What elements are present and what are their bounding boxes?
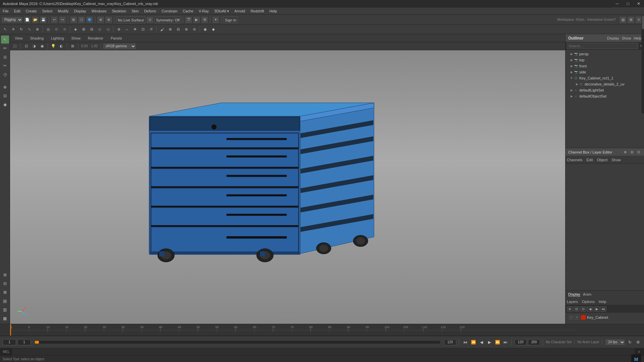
layer-del-icon[interactable]: ⊟ xyxy=(574,306,580,312)
display-6-icon[interactable]: ▦ xyxy=(1,314,9,322)
tree-item-default-object-set[interactable]: ▶ ○ defaultObjectSet xyxy=(566,93,644,99)
menu-3dtoall[interactable]: 3DtoAll ▾ xyxy=(212,7,232,15)
paint-icon[interactable]: 🔷 xyxy=(86,16,93,23)
end-frame-input[interactable] xyxy=(444,339,456,345)
menu-skin[interactable]: Skin xyxy=(129,7,141,15)
layer-opt-icon[interactable]: ⊡ xyxy=(580,306,586,312)
play-forward-button[interactable]: ▶ xyxy=(486,339,493,346)
vp-textured-icon[interactable]: ◉ xyxy=(39,43,46,50)
menu-cache[interactable]: Cache xyxy=(180,7,196,15)
close-button[interactable]: ✕ xyxy=(633,0,644,7)
show-joints-icon[interactable]: ◉ xyxy=(202,26,209,33)
layer-new-icon[interactable]: ⊕ xyxy=(567,306,573,312)
color-space-dropdown[interactable]: sRGB gamma xyxy=(103,43,136,50)
undo-icon[interactable]: ↩ xyxy=(51,16,58,23)
preset-dropdown[interactable]: Rigging xyxy=(1,16,23,23)
rivet-tool[interactable]: ◉ xyxy=(1,101,9,109)
menu-select[interactable]: Select xyxy=(40,7,55,15)
menu-vray[interactable]: V-Ray xyxy=(196,7,212,15)
minimize-button[interactable]: ─ xyxy=(612,0,623,7)
current-frame-input[interactable] xyxy=(17,339,31,345)
menu-help[interactable]: Help xyxy=(267,7,280,15)
menu-deform[interactable]: Deform xyxy=(142,7,159,15)
outliner-search-input[interactable] xyxy=(567,43,638,49)
scale-tool-icon[interactable]: ⤡ xyxy=(25,26,33,33)
snap-grid-icon2[interactable]: ⊞ xyxy=(80,26,87,33)
redo-icon[interactable]: ↪ xyxy=(59,16,66,23)
go-end-button[interactable]: ⏭ xyxy=(502,339,509,346)
expand-key-cabinet[interactable]: ▼ xyxy=(570,76,574,80)
layer-item-key-cabinet[interactable]: V P Key_Cabinet xyxy=(568,314,641,321)
expand-lightset[interactable]: ▶ xyxy=(570,88,574,92)
tree-item-front[interactable]: ▶ 📷 front xyxy=(566,63,644,69)
no-live-surface-label[interactable]: No Live Surface xyxy=(116,16,146,23)
menu-create[interactable]: Create xyxy=(23,7,40,15)
layout-icon[interactable]: ▤ xyxy=(619,16,627,23)
command-input[interactable] xyxy=(13,348,634,355)
symmetry-off-label[interactable]: Symmetry: Off xyxy=(154,16,181,23)
menu-windows[interactable]: Windows xyxy=(89,7,109,15)
tree-item-decorative[interactable]: ▶ ⬡ decorative_details_2_uv xyxy=(566,81,644,87)
maximize-button[interactable]: □ xyxy=(623,0,633,7)
select-icon[interactable]: ⊞ xyxy=(70,16,77,23)
layer-end-icon[interactable]: ⏭ xyxy=(600,306,606,312)
menu-skeleton[interactable]: Skeleton xyxy=(109,7,129,15)
go-start-button[interactable]: ⏮ xyxy=(462,339,469,346)
outliner-display-menu[interactable]: Display xyxy=(607,36,619,40)
snap-surface-icon[interactable]: ◇ xyxy=(96,26,103,33)
snap-view-icon[interactable]: ⊟ xyxy=(88,26,95,33)
sym-tool[interactable]: ⊕ xyxy=(1,83,9,91)
ipr-icon[interactable]: ▶ xyxy=(193,16,200,23)
cb-icon-2[interactable]: ⊟ xyxy=(629,149,635,155)
anim-tab[interactable]: Anim xyxy=(583,292,591,296)
layer-prev-icon[interactable]: ◀ xyxy=(587,306,593,312)
open-file-icon[interactable]: 📂 xyxy=(32,16,39,23)
grid-icon[interactable]: ⊞ xyxy=(627,16,635,23)
play-end-input[interactable] xyxy=(515,339,527,345)
expand-objectset[interactable]: ▶ xyxy=(570,95,574,98)
expand-top[interactable]: ▶ xyxy=(570,58,574,62)
display-5-icon[interactable]: ▥ xyxy=(1,306,9,314)
outliner-show-menu[interactable]: Show xyxy=(622,36,631,40)
timeline-range[interactable] xyxy=(35,341,440,344)
cb-icon-1[interactable]: ⊕ xyxy=(623,149,628,155)
step-back-button[interactable]: ⏪ xyxy=(470,339,477,346)
new-file-icon[interactable]: 📄 xyxy=(23,16,31,23)
cb-show-menu[interactable]: Show xyxy=(611,158,621,162)
display-3-icon[interactable]: ⊠ xyxy=(1,288,9,296)
expand-persp[interactable]: ▶ xyxy=(570,52,574,56)
tree-item-top[interactable]: ▶ 📷 top xyxy=(566,57,644,63)
loop-button[interactable]: ↻ xyxy=(627,339,633,346)
reset-icon[interactable]: ↺ xyxy=(147,26,155,33)
lasso-icon[interactable]: ⬡ xyxy=(78,16,85,23)
layer-p-toggle[interactable]: P xyxy=(575,315,580,320)
display-4-icon[interactable]: ▤ xyxy=(1,297,9,305)
menu-edit[interactable]: Edit xyxy=(11,7,23,15)
viewport-tab-view[interactable]: View xyxy=(11,35,26,42)
outliner-vertical-scrollbar[interactable] xyxy=(641,15,644,113)
tree-item-side[interactable]: ▶ 📷 side xyxy=(566,69,644,75)
vp-shadow-icon[interactable]: ◐ xyxy=(58,43,65,50)
viewport-tab-panels[interactable]: Panels xyxy=(107,35,125,42)
vp-grid-icon[interactable]: ⊞ xyxy=(69,43,76,50)
cb-object-menu[interactable]: Object xyxy=(597,158,607,162)
menu-modify[interactable]: Modify xyxy=(55,7,71,15)
step-forward-button[interactable]: ⏩ xyxy=(494,339,501,346)
unbind-skin-icon[interactable]: ⊘ xyxy=(191,26,198,33)
start-frame-input[interactable] xyxy=(3,339,16,345)
universal-tool-icon[interactable]: ⊕ xyxy=(34,26,41,33)
menu-file[interactable]: File xyxy=(0,7,11,15)
viewport-tab-renderer[interactable]: Renderer xyxy=(85,35,107,42)
select-tool-icon[interactable]: ↖ xyxy=(1,26,9,33)
snap-curve-icon[interactable]: ⊗ xyxy=(105,16,112,23)
viewport-canvas[interactable]: persp Z Y X xyxy=(10,50,565,324)
vp-shaded-icon[interactable]: ◑ xyxy=(31,43,38,50)
history-icon[interactable]: ⊕ xyxy=(115,26,122,33)
render-settings-icon[interactable]: ⚙ xyxy=(201,16,208,23)
play-back-button[interactable]: ◀ xyxy=(478,339,485,346)
component-icon[interactable]: ◆ xyxy=(210,26,217,33)
magnet-icon[interactable]: ⊙ xyxy=(146,16,154,23)
expand-front[interactable]: ▶ xyxy=(570,64,574,68)
soft-select-icon[interactable]: ◎ xyxy=(45,26,52,33)
outliner-help-menu[interactable]: Help xyxy=(634,36,641,40)
